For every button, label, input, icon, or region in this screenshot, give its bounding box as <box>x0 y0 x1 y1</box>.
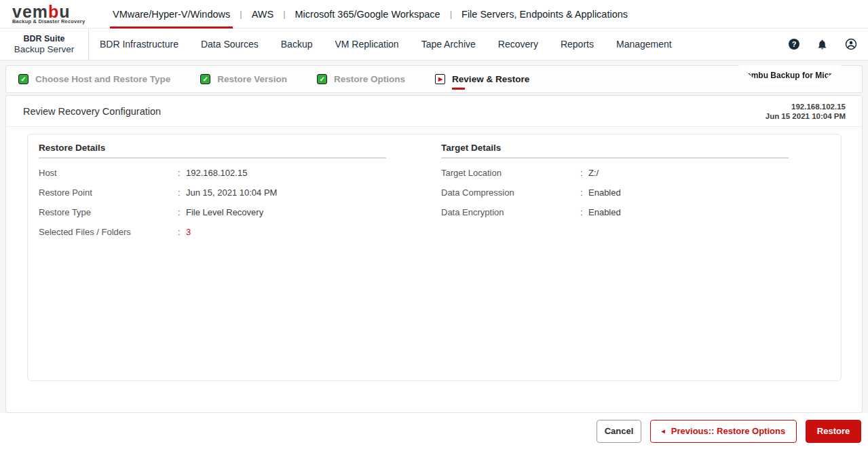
panel-header: Review Recovery Configuration 192.168.10… <box>6 96 862 127</box>
help-icon[interactable]: ? <box>789 39 799 50</box>
detail-row-host: Host : 192.168.102.15 <box>39 168 386 178</box>
target-details-section: Target Details Target Location : Z:/ Dat… <box>441 143 789 372</box>
meta-host: 192.168.102.15 <box>766 102 846 111</box>
nav-separator: | <box>233 0 248 28</box>
step-current-play-icon: ▶ <box>435 74 445 84</box>
suite-title: BDR Suite <box>23 34 64 43</box>
vembu-logo[interactable]: vembu Backup & Disaster Recovery <box>12 0 88 28</box>
menu-item-vm-replication[interactable]: VM Replication <box>335 39 398 50</box>
nav-separator: | <box>276 0 292 28</box>
top-icons: ? <box>789 29 868 60</box>
user-account-icon[interactable] <box>845 38 857 50</box>
restore-details-title: Restore Details <box>39 143 386 158</box>
product-tab-vmware-hyperv-windows[interactable]: VMware/Hyper-V/Windows <box>110 0 233 28</box>
review-details-card: Restore Details Host : 192.168.102.15 Re… <box>27 134 842 381</box>
page-title: Review Recovery Configuration <box>23 106 161 117</box>
step-restore-options[interactable]: ✓ Restore Options <box>317 74 405 84</box>
vembu-logo-tagline: Backup & Disaster Recovery <box>12 18 88 24</box>
step-review-and-restore[interactable]: ▶ Review & Restore <box>435 74 529 84</box>
meta-timestamp: Jun 15 2021 10:04 PM <box>766 111 846 121</box>
wizard-steps-bar: ✓ Choose Host and Restore Type ✓ Restore… <box>5 65 863 93</box>
step-completed-check-icon: ✓ <box>200 74 210 84</box>
restore-button[interactable]: Restore <box>806 420 861 443</box>
menu-item-data-sources[interactable]: Data Sources <box>201 39 259 50</box>
top-product-bar: vembu Backup & Disaster Recovery VMware/… <box>0 0 868 29</box>
detail-row-data-encryption: Data Encryption : Enabled <box>441 207 789 217</box>
detail-row-restore-point: Restore Point : Jun 15, 2021 10:04 PM <box>39 187 386 198</box>
app-nav-bar: BDR Suite Backup Server BDR Infrastructu… <box>0 29 868 60</box>
detail-row-restore-type: Restore Type : File Level Recovery <box>39 207 386 217</box>
menu-item-tape-archive[interactable]: Tape Archive <box>421 39 476 50</box>
nav-separator: | <box>443 0 459 28</box>
selected-files-count: 3 <box>186 227 191 237</box>
step-choose-host-and-restore-type[interactable]: ✓ Choose Host and Restore Type <box>18 74 170 84</box>
detail-row-selected-files-folders: Selected Files / Folders : 3 <box>39 227 386 237</box>
cancel-button[interactable]: Cancel <box>597 420 641 443</box>
vembu-logo-word: vembu <box>12 3 88 20</box>
menu-item-recovery[interactable]: Recovery <box>498 39 538 50</box>
menu-item-management[interactable]: Management <box>616 39 672 50</box>
menu-item-backup[interactable]: Backup <box>281 39 313 50</box>
page-body: ✓ Choose Host and Restore Type ✓ Restore… <box>0 60 868 413</box>
restore-details-section: Restore Details Host : 192.168.102.15 Re… <box>39 143 386 372</box>
detail-row-target-location: Target Location : Z:/ <box>441 168 789 178</box>
context-tab-vembu-backup[interactable]: Vembu Backup for Micr... <box>738 65 842 85</box>
review-panel: Review Recovery Configuration 192.168.10… <box>5 95 863 413</box>
suite-badge[interactable]: BDR Suite Backup Server <box>0 29 89 60</box>
step-completed-check-icon: ✓ <box>317 74 327 84</box>
left-arrow-icon: ◂ <box>662 428 665 435</box>
product-tab-microsoft365-google-workspace[interactable]: Microsoft 365/Google Workspace <box>293 0 443 28</box>
action-footer: Cancel ◂ Previous:: Restore Options Rest… <box>0 413 868 449</box>
app-menu: BDR Infrastructure Data Sources Backup V… <box>100 29 672 60</box>
detail-row-data-compression: Data Compression : Enabled <box>441 187 789 198</box>
target-details-title: Target Details <box>441 143 789 158</box>
product-tab-file-servers-endpoints-applications[interactable]: File Servers, Endpoints & Applications <box>459 0 630 28</box>
previous-restore-options-button[interactable]: ◂ Previous:: Restore Options <box>650 420 797 443</box>
step-restore-version[interactable]: ✓ Restore Version <box>200 74 287 84</box>
product-nav: VMware/Hyper-V/Windows | AWS | Microsoft… <box>110 0 630 28</box>
menu-item-reports[interactable]: Reports <box>561 39 594 50</box>
notifications-bell-icon[interactable] <box>816 39 828 50</box>
step-completed-check-icon: ✓ <box>18 74 29 84</box>
host-timestamp-meta: 192.168.102.15 Jun 15 2021 10:04 PM <box>766 102 846 121</box>
suite-subtitle: Backup Server <box>14 44 75 54</box>
menu-item-bdr-infrastructure[interactable]: BDR Infrastructure <box>100 39 178 50</box>
product-tab-aws[interactable]: AWS <box>249 0 277 28</box>
